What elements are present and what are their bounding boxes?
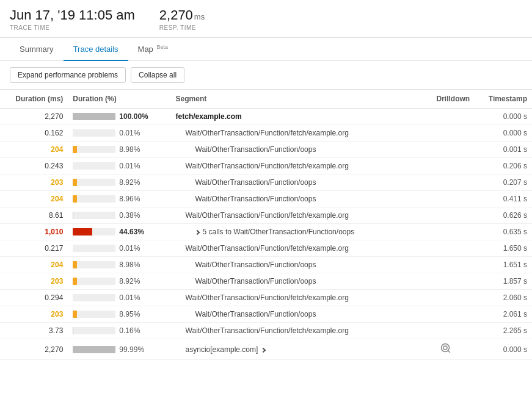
chevron-right-icon: [261, 347, 266, 352]
bar-label: 8.92%: [119, 277, 150, 286]
col-header-timestamp: Timestamp: [475, 90, 532, 109]
bar-label: 0.16%: [119, 326, 150, 335]
bar-label: 0.01%: [119, 129, 150, 137]
bar-fill: [73, 261, 76, 268]
bar-track: [73, 294, 115, 301]
cell-timestamp: 0.000 s: [475, 125, 532, 142]
bar-label: 8.98%: [119, 145, 150, 154]
bar-label: 8.96%: [119, 195, 150, 203]
svg-line-2: [448, 351, 450, 353]
cell-duration-ms: 203: [0, 273, 68, 290]
table-container: Duration (ms) Duration (%) Segment Drill…: [0, 90, 532, 360]
cell-segment: Wait/OtherTransaction/Function/oops: [171, 273, 417, 290]
trace-time-label: TRACE TIME: [10, 24, 135, 31]
cell-drilldown: [417, 240, 475, 257]
cell-drilldown: [417, 109, 475, 125]
cell-duration-pct: 44.63%: [68, 224, 170, 240]
table-row: 2,27099.99%asyncio[example.com] 0.000 s: [0, 339, 532, 360]
cell-drilldown: [417, 273, 475, 290]
cell-timestamp: 1.857 s: [475, 273, 532, 290]
cell-duration-pct: 0.16%: [68, 323, 170, 339]
resp-time-label: RESP. TIME: [159, 24, 205, 31]
bar-fill: [73, 346, 115, 353]
cell-timestamp: 1.651 s: [475, 257, 532, 273]
table-row: 0.2430.01%Wait/OtherTransaction/Function…: [0, 158, 532, 174]
cell-duration-ms: 1,010: [0, 224, 68, 240]
bar-track: [73, 212, 115, 219]
cell-duration-pct: 8.96%: [68, 191, 170, 207]
tab-summary[interactable]: Summary: [10, 38, 64, 61]
cell-duration-ms: 204: [0, 191, 68, 207]
cell-duration-ms: 0.217: [0, 240, 68, 257]
col-header-segment: Segment: [171, 90, 417, 109]
cell-segment: Wait/OtherTransaction/Function/fetch/exa…: [171, 125, 417, 142]
tab-map[interactable]: Map Beta: [128, 38, 178, 61]
bar-fill: [73, 146, 76, 153]
bar-label: 0.01%: [119, 162, 150, 170]
table-row: 1,01044.63%5 calls to Wait/OtherTransact…: [0, 224, 532, 240]
table-header-row: Duration (ms) Duration (%) Segment Drill…: [0, 90, 532, 109]
drilldown-icon[interactable]: [440, 343, 451, 356]
tab-trace-details[interactable]: Trace details: [64, 38, 128, 61]
bar-label: 0.01%: [119, 244, 150, 253]
cell-drilldown: [417, 191, 475, 207]
bar-fill: [73, 179, 76, 186]
table-row: 2048.96%Wait/OtherTransaction/Function/o…: [0, 191, 532, 207]
trace-table: Duration (ms) Duration (%) Segment Drill…: [0, 90, 532, 360]
cell-duration-ms: 0.243: [0, 158, 68, 174]
cell-timestamp: 0.001 s: [475, 142, 532, 158]
bar-label: 100.00%: [119, 112, 150, 121]
col-header-duration-ms: Duration (ms): [0, 90, 68, 109]
cell-timestamp: 0.626 s: [475, 207, 532, 224]
table-row: 2038.92%Wait/OtherTransaction/Function/o…: [0, 273, 532, 290]
cell-drilldown: [417, 224, 475, 240]
cell-duration-pct: 0.38%: [68, 207, 170, 224]
cell-duration-ms: 203: [0, 174, 68, 191]
cell-timestamp: 2.265 s: [475, 323, 532, 339]
chevron-right-icon: [194, 230, 199, 235]
cell-duration-pct: 0.01%: [68, 240, 170, 257]
trace-time-stat: Jun 17, '19 11:05 am TRACE TIME: [10, 7, 135, 31]
bar-label: 0.01%: [119, 293, 150, 302]
bar-track: [73, 146, 115, 153]
cell-drilldown: [417, 339, 475, 360]
table-row: 3.730.16%Wait/OtherTransaction/Function/…: [0, 323, 532, 339]
bar-track: [73, 195, 115, 203]
cell-drilldown: [417, 306, 475, 323]
cell-timestamp: 0.206 s: [475, 158, 532, 174]
bar-track: [73, 245, 115, 252]
bar-track: [73, 228, 115, 235]
cell-duration-pct: 8.98%: [68, 257, 170, 273]
cell-duration-ms: 3.73: [0, 323, 68, 339]
col-header-drilldown: Drilldown: [417, 90, 475, 109]
cell-duration-pct: 100.00%: [68, 109, 170, 125]
cell-duration-ms: 2,270: [0, 339, 68, 360]
cell-segment: Wait/OtherTransaction/Function/oops: [171, 257, 417, 273]
expand-performance-button[interactable]: Expand performance problems: [10, 67, 126, 83]
resp-time-value: 2,270ms: [159, 7, 205, 23]
bar-track: [73, 129, 115, 137]
cell-drilldown: [417, 158, 475, 174]
table-row: 2038.95%Wait/OtherTransaction/Function/o…: [0, 306, 532, 323]
bar-track: [73, 346, 115, 353]
cell-segment: Wait/OtherTransaction/Function/oops: [171, 142, 417, 158]
cell-segment: Wait/OtherTransaction/Function/fetch/exa…: [171, 158, 417, 174]
table-row: 8.610.38%Wait/OtherTransaction/Function/…: [0, 207, 532, 224]
cell-segment: Wait/OtherTransaction/Function/oops: [171, 174, 417, 191]
cell-duration-pct: 8.92%: [68, 174, 170, 191]
cell-duration-pct: 0.01%: [68, 158, 170, 174]
table-row: 2048.98%Wait/OtherTransaction/Function/o…: [0, 257, 532, 273]
collapse-all-button[interactable]: Collapse all: [131, 67, 184, 83]
cell-timestamp: 0.000 s: [475, 109, 532, 125]
resp-time-stat: 2,270ms RESP. TIME: [159, 7, 205, 31]
header-bar: Jun 17, '19 11:05 am TRACE TIME 2,270ms …: [0, 0, 532, 38]
cell-duration-ms: 0.294: [0, 290, 68, 306]
cell-segment: Wait/OtherTransaction/Function/fetch/exa…: [171, 290, 417, 306]
bar-track: [73, 261, 115, 268]
bar-label: 0.38%: [119, 211, 150, 220]
bar-track: [73, 327, 115, 334]
cell-duration-ms: 2,270: [0, 109, 68, 125]
bar-label: 8.98%: [119, 261, 150, 269]
cell-duration-ms: 204: [0, 257, 68, 273]
table-row: 0.2170.01%Wait/OtherTransaction/Function…: [0, 240, 532, 257]
